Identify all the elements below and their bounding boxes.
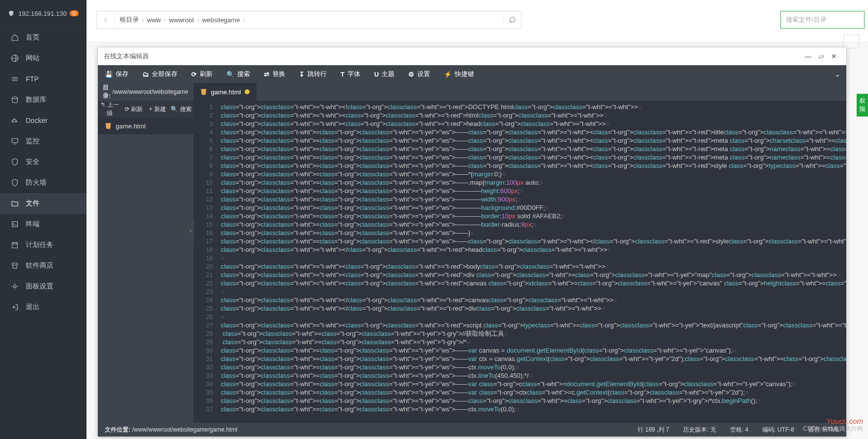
modal-header: 在线文本编辑器 — ▱ ✕ <box>98 47 846 65</box>
sidebar-item-store[interactable]: 软件商店 <box>0 255 87 276</box>
breadcrumb-part[interactable]: www <box>147 16 161 24</box>
tab-game-html[interactable]: game.html <box>193 83 257 101</box>
sidebar-header: 192.168.191.130 0 <box>0 0 87 27</box>
breadcrumb: 根目录 › www › wwwroot › websitegame › <box>96 11 521 29</box>
sidebar-item-monitor[interactable]: 监控 <box>0 131 87 152</box>
cron-icon <box>11 241 19 249</box>
toolbar-goto-button[interactable]: ↧跳转行 <box>292 70 334 79</box>
collapse-handle[interactable]: ‹ <box>187 219 194 242</box>
status-path-label: 文件位置: <box>105 426 130 433</box>
code-editor[interactable]: 1234567891011121314151617181920212223242… <box>193 101 846 423</box>
filetree-new-button[interactable]: + 新建 <box>145 105 169 114</box>
refresh-button[interactable] <box>503 16 521 23</box>
topbar-right-buttons <box>843 35 859 48</box>
sidebar-item-panel[interactable]: 面板设置 <box>0 276 87 297</box>
toolbar-label: 快捷键 <box>455 70 474 79</box>
breadcrumb-root[interactable]: 根目录 <box>120 15 139 24</box>
sidebar-item-terminal[interactable]: 终端 <box>0 214 87 235</box>
new-icon: + <box>149 106 152 113</box>
status-history[interactable]: 历史版本: 无 <box>683 426 716 434</box>
shield-icon <box>8 9 14 17</box>
back-button[interactable] <box>97 11 115 28</box>
sidebar-item-label: 首页 <box>26 33 76 42</box>
sidebar-item-label: 数据库 <box>26 95 76 104</box>
file-tree-panel: 目录: /www/wwwroot/websitegame ↰ 上一级⟳ 刷新+ … <box>98 83 193 423</box>
server-ip: 192.168.191.130 <box>18 10 67 17</box>
save-icon: 💾 <box>105 71 113 78</box>
tab-bar: game.html <box>193 83 846 101</box>
sidebar-item-ftp[interactable]: FTP <box>0 69 87 89</box>
toolbar-label: 设置 <box>417 70 430 79</box>
toolbar-search-button[interactable]: 🔍搜索 <box>219 70 257 79</box>
status-lang[interactable]: 语言: HTML <box>808 426 839 434</box>
sidebar-item-label: 面板设置 <box>26 282 76 291</box>
status-position[interactable]: 行 189 ,列 7 <box>638 426 669 434</box>
store-icon <box>11 262 19 270</box>
trash-button[interactable] <box>843 35 859 48</box>
file-tree-ops: ↰ 上一级⟳ 刷新+ 新建🔍 搜索 <box>98 101 193 118</box>
sidebar-item-home[interactable]: 首页 <box>0 27 87 48</box>
file-tree-list: game.html <box>98 118 193 423</box>
toolbar-replace-button[interactable]: ⇄替换 <box>257 70 292 79</box>
breadcrumb-part[interactable]: wwwroot <box>169 16 194 24</box>
filetree-item-name: game.html <box>116 122 146 130</box>
toolbar-theme-button[interactable]: U主题 <box>367 70 401 79</box>
toolbar-label: 全部保存 <box>152 70 177 79</box>
home-icon <box>11 34 19 41</box>
notification-badge[interactable]: 0 <box>70 10 79 16</box>
close-button[interactable]: ✕ <box>827 52 840 60</box>
toolbar-label: 保存 <box>116 70 129 79</box>
files-icon <box>11 200 19 207</box>
sidebar-item-label: 网站 <box>26 54 76 63</box>
toolbar-settings-button[interactable]: ⚙设置 <box>401 70 437 79</box>
toolbar-label: 搜索 <box>237 70 250 79</box>
search-input[interactable]: 搜索文件/目录 <box>781 11 865 29</box>
toolbar-chevron-icon[interactable]: ⌄ <box>828 71 846 78</box>
toolbar-refresh-button[interactable]: ⟳刷新 <box>184 70 219 79</box>
sidebar-item-site[interactable]: 网站 <box>0 48 87 69</box>
toolbar-saveall-button[interactable]: 🗂全部保存 <box>135 70 184 79</box>
html5-icon <box>105 122 112 129</box>
editor-modal: 在线文本编辑器 — ▱ ✕ 💾保存🗂全部保存⟳刷新🔍搜索⇄替换↧跳转行T字体U主… <box>97 47 847 437</box>
line-gutter: 1234567891011121314151617181920212223242… <box>193 101 217 423</box>
topbar: 根目录 › www › wwwroot › websitegame › 搜索文件… <box>87 0 868 42</box>
maximize-button[interactable]: ▱ <box>815 52 827 60</box>
toolbar-label: 跳转行 <box>307 70 327 79</box>
sidebar-item-docker[interactable]: Docker <box>0 110 87 131</box>
sidebar-item-exit[interactable]: 退出 <box>0 297 87 318</box>
sidebar: 192.168.191.130 0 首页网站FTP数据库Docker监控安全防火… <box>0 0 87 439</box>
up-icon: ↰ <box>100 101 105 108</box>
toolbar-label: 替换 <box>272 70 285 79</box>
filetree-refresh-button[interactable]: ⟳ 刷新 <box>122 105 145 114</box>
breadcrumb-part[interactable]: websitegame <box>202 16 240 24</box>
toolbar-label: 主题 <box>382 70 394 79</box>
shortcut-icon: ⚡ <box>444 71 452 78</box>
sidebar-item-label: 软件商店 <box>26 261 76 270</box>
sidebar-item-security[interactable]: 安全 <box>0 152 87 172</box>
toolbar-font-button[interactable]: T字体 <box>334 70 367 79</box>
sidebar-item-label: 安全 <box>26 158 76 166</box>
panel-icon <box>11 282 19 290</box>
sidebar-item-files[interactable]: 文件 <box>0 193 87 214</box>
status-spaces[interactable]: 空格: 4 <box>730 426 748 434</box>
sidebar-item-label: 防火墙 <box>26 178 76 187</box>
sidebar-item-firewall[interactable]: 防火墙 <box>0 172 87 193</box>
sidebar-item-label: 退出 <box>26 303 76 312</box>
toolbar-save-button[interactable]: 💾保存 <box>98 70 135 79</box>
search-icon: 🔍 <box>226 71 234 78</box>
sidebar-item-db[interactable]: 数据库 <box>0 89 87 110</box>
toolbar-shortcut-button[interactable]: ⚡快捷键 <box>437 70 481 79</box>
minimize-button[interactable]: — <box>802 52 815 60</box>
status-encoding[interactable]: 编码: UTF-8 <box>762 426 794 434</box>
docker-icon <box>11 117 19 124</box>
sidebar-item-label: 终端 <box>26 220 76 229</box>
terminal-icon <box>11 220 19 228</box>
breadcrumb-trail[interactable]: 根目录 › www › wwwroot › websitegame › <box>115 15 503 24</box>
sidebar-item-cron[interactable]: 计划任务 <box>0 235 87 255</box>
ftp-icon <box>11 75 19 83</box>
filetree-up-button[interactable]: ↰ 上一级 <box>98 101 122 118</box>
filetree-search-button[interactable]: 🔍 搜索 <box>170 105 193 114</box>
filetree-item[interactable]: game.html <box>98 118 193 134</box>
refresh-icon <box>509 16 516 23</box>
permission-label[interactable]: 权限 <box>857 94 868 117</box>
